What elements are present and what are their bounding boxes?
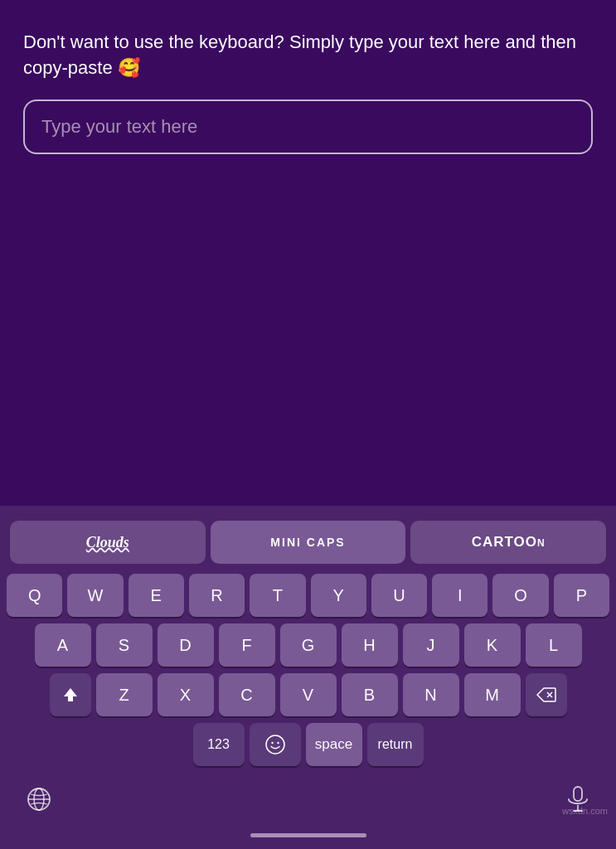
key-r[interactable]: R — [189, 574, 245, 617]
font-style-row: Clouds MINI CAPS CARTOOn — [3, 514, 613, 570]
key-h[interactable]: H — [342, 623, 398, 667]
key-y[interactable]: Y — [311, 574, 366, 617]
watermark: wsxdn.com — [562, 806, 608, 816]
font-cartoon-label: CARTOOn — [472, 534, 546, 551]
font-clouds-label: Clouds — [86, 534, 129, 551]
emoji-icon — [264, 734, 286, 755]
key-e[interactable]: E — [129, 574, 184, 617]
key-p[interactable]: P — [554, 574, 609, 617]
key-q[interactable]: Q — [7, 574, 62, 617]
backspace-icon — [536, 687, 556, 702]
key-v[interactable]: V — [280, 673, 337, 716]
key-d[interactable]: D — [158, 623, 214, 667]
svg-rect-8 — [574, 787, 582, 801]
key-row-2: A S D F G H J K L — [7, 623, 609, 667]
shift-icon — [61, 686, 80, 704]
key-k[interactable]: K — [464, 623, 521, 667]
svg-point-4 — [277, 742, 279, 744]
key-j[interactable]: J — [403, 623, 459, 667]
key-x[interactable]: X — [158, 673, 214, 716]
home-indicator — [3, 827, 613, 849]
globe-svg — [27, 787, 51, 812]
key-backspace[interactable] — [526, 673, 567, 716]
keyboard-section: Clouds MINI CAPS CARTOOn Q W E R T Y U I… — [0, 506, 616, 849]
key-space[interactable]: space — [306, 723, 362, 766]
text-input-wrapper[interactable]: Type your text here — [23, 99, 593, 154]
key-t[interactable]: T — [250, 574, 305, 617]
instruction-text: Don't want to use the keyboard? Simply t… — [23, 30, 593, 81]
font-style-cartoon[interactable]: CARTOOn — [410, 521, 606, 564]
key-n[interactable]: N — [403, 673, 459, 716]
key-o[interactable]: O — [492, 574, 548, 617]
font-style-mini-caps[interactable]: MINI CAPS — [211, 521, 406, 564]
key-a[interactable]: A — [35, 623, 91, 667]
key-row-3: Z X C V B N M — [7, 673, 609, 716]
home-bar — [250, 833, 366, 837]
key-l[interactable]: L — [526, 623, 582, 667]
key-w[interactable]: W — [67, 574, 123, 617]
key-emoji[interactable] — [250, 723, 301, 766]
key-g[interactable]: G — [280, 623, 337, 667]
key-b[interactable]: B — [342, 673, 398, 716]
svg-point-3 — [271, 742, 273, 744]
font-style-clouds[interactable]: Clouds — [10, 521, 206, 564]
key-c[interactable]: C — [219, 673, 275, 716]
key-f[interactable]: F — [219, 623, 275, 667]
key-shift[interactable] — [50, 673, 91, 716]
key-u[interactable]: U — [371, 574, 427, 617]
keyboard-rows: Q W E R T Y U I O P A S D F G H J K L — [3, 570, 613, 776]
key-i[interactable]: I — [432, 574, 487, 617]
top-section: Don't want to use the keyboard? Simply t… — [0, 0, 616, 506]
font-mini-caps-label: MINI CAPS — [270, 536, 345, 549]
key-num[interactable]: 123 — [193, 723, 245, 766]
bottom-bar — [3, 776, 613, 827]
svg-point-2 — [266, 735, 284, 754]
key-z[interactable]: Z — [96, 673, 153, 716]
globe-icon[interactable] — [27, 787, 51, 817]
key-s[interactable]: S — [96, 623, 153, 667]
text-input: Type your text here — [41, 116, 575, 138]
key-row-1: Q W E R T Y U I O P — [7, 574, 609, 617]
key-row-4: 123 space return — [7, 723, 609, 766]
key-return[interactable]: return — [367, 723, 424, 766]
key-m[interactable]: M — [464, 673, 521, 716]
